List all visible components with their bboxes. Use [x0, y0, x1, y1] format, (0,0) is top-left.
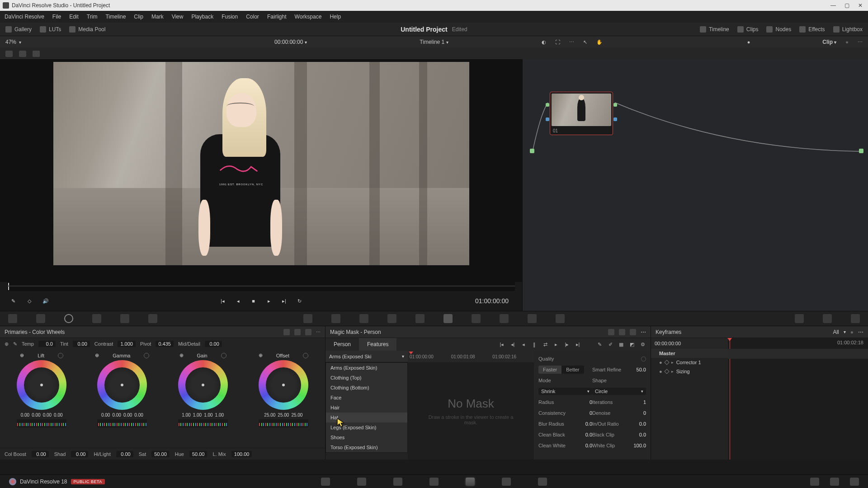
- track-last-icon[interactable]: ▸|: [575, 341, 581, 347]
- auto-balance-icon[interactable]: ⊕: [5, 341, 9, 347]
- project-settings-icon[interactable]: [830, 478, 839, 486]
- minimize-button[interactable]: —: [830, 2, 836, 9]
- wheel-value[interactable]: 0.00: [134, 413, 143, 418]
- mask-view-icon[interactable]: ▦: [618, 341, 624, 347]
- lmix-value[interactable]: 100.00: [231, 451, 252, 457]
- first-frame-button[interactable]: |◂: [219, 297, 227, 305]
- motion-effects-icon[interactable]: [148, 314, 157, 323]
- transport-timecode[interactable]: 01:00:00:00: [475, 297, 513, 305]
- quality-reset[interactable]: [641, 357, 646, 361]
- menu-item[interactable]: Playback: [191, 14, 213, 20]
- menu-item[interactable]: Workspace: [295, 14, 322, 20]
- wheel-reset[interactable]: [303, 353, 308, 358]
- zoom-dropdown[interactable]: 47%▾: [5, 39, 21, 45]
- rgb-mixer-icon[interactable]: [120, 314, 129, 323]
- expand-panel-icon[interactable]: ⋯: [316, 329, 321, 334]
- camera-raw-icon[interactable]: [8, 314, 17, 323]
- kf-item-sizing[interactable]: ●▸Sizing: [651, 367, 728, 376]
- menu-item[interactable]: Color: [246, 14, 259, 20]
- expand-icon[interactable]: ⛶: [555, 39, 560, 45]
- play-button[interactable]: ▸: [265, 297, 273, 305]
- track-fwd-one-icon[interactable]: |▸: [564, 341, 570, 347]
- edit-page-icon[interactable]: [393, 478, 402, 486]
- menu-item[interactable]: File: [52, 14, 61, 20]
- menu-item[interactable]: Timeline: [105, 14, 126, 20]
- blackclip-value[interactable]: 0.0: [630, 432, 646, 437]
- cleanwhite-value[interactable]: 0.0: [576, 443, 592, 448]
- wheel-value[interactable]: 25.00: [264, 413, 275, 418]
- shape-select[interactable]: Circle▾: [592, 388, 646, 395]
- feature-option[interactable]: Arms (Exposed Skin): [326, 363, 407, 373]
- kf-more-icon[interactable]: ⋯: [858, 329, 863, 335]
- view-mode-1[interactable]: [5, 51, 13, 57]
- output-port[interactable]: [859, 149, 863, 153]
- track-both-icon[interactable]: ⇄: [542, 341, 548, 347]
- keyframes-filter[interactable]: All: [833, 329, 839, 335]
- stroke-sub-icon[interactable]: ✐: [607, 341, 613, 347]
- magic-wand-icon[interactable]: [33, 51, 40, 57]
- track-first-icon[interactable]: |◂: [499, 341, 505, 347]
- iterations-value[interactable]: 1: [630, 399, 646, 405]
- track-rev-icon[interactable]: ◂: [520, 341, 527, 347]
- timeline-toggle[interactable]: Timeline: [700, 26, 729, 33]
- wheel-value[interactable]: 1.00: [204, 413, 212, 418]
- shad-value[interactable]: 0.00: [71, 451, 88, 457]
- tint-value[interactable]: 0.00: [73, 341, 90, 347]
- fairlight-page-icon[interactable]: [502, 478, 511, 486]
- wheel-value[interactable]: 0.00: [112, 413, 121, 418]
- viewer-scrubber[interactable]: [7, 282, 515, 291]
- track-stop-icon[interactable]: ‖: [531, 341, 538, 347]
- wheel-value[interactable]: 1.00: [193, 413, 202, 418]
- wheel-reset[interactable]: [221, 353, 226, 358]
- wheel-value[interactable]: 0.00: [32, 413, 40, 418]
- node-input-alpha[interactable]: [546, 117, 549, 121]
- offset-ymaster[interactable]: [259, 419, 308, 427]
- effects-toggle[interactable]: Effects: [799, 26, 825, 33]
- wheel-value[interactable]: 25.00: [291, 413, 302, 418]
- clips-toggle[interactable]: Clips: [737, 26, 759, 33]
- mediapool-toggle[interactable]: Media Pool: [69, 26, 105, 33]
- temp-value[interactable]: 0.0: [38, 341, 56, 347]
- consistency-value[interactable]: 0: [576, 410, 592, 416]
- media-page-icon[interactable]: [321, 478, 330, 486]
- warper-icon[interactable]: [331, 314, 340, 323]
- feature-option[interactable]: Torso (Exposed Skin): [326, 442, 407, 452]
- pointer-icon[interactable]: ↖: [583, 39, 587, 45]
- color-match-icon[interactable]: [36, 314, 45, 323]
- luts-toggle[interactable]: LUTs: [40, 26, 61, 33]
- smart-refine-value[interactable]: 50.0: [630, 367, 646, 372]
- feature-option[interactable]: Clothing (Bottom): [326, 383, 407, 393]
- feature-dropdown[interactable]: Arms (Exposed Ski▾: [326, 351, 408, 362]
- wheel-value[interactable]: 0.00: [21, 413, 29, 418]
- wheel-picker-icon[interactable]: ⊕: [95, 352, 99, 358]
- wheels-mode-icon[interactable]: [283, 329, 290, 335]
- kf-item-master[interactable]: Master: [651, 349, 728, 358]
- keyframe-track[interactable]: 01:00:02:18: [728, 338, 868, 460]
- maximize-button[interactable]: ▢: [844, 2, 850, 9]
- mask-playhead[interactable]: [409, 351, 413, 362]
- cleanblack-value[interactable]: 0.0: [576, 432, 592, 437]
- hand-icon[interactable]: ✋: [596, 39, 603, 45]
- mode-select[interactable]: Shrink▾: [538, 388, 592, 395]
- hilight-value[interactable]: 0.00: [116, 451, 133, 457]
- hdr-wheels-icon[interactable]: [92, 314, 101, 323]
- kf-item-corrector1[interactable]: ●▸Corrector 1: [651, 358, 728, 367]
- sat-value[interactable]: 50.00: [151, 451, 170, 457]
- wheel-picker-icon[interactable]: ⊕: [20, 352, 24, 358]
- close-button[interactable]: ✕: [857, 2, 863, 9]
- 3d-icon[interactable]: [556, 314, 565, 323]
- feature-option[interactable]: Clothing (Top): [326, 373, 407, 383]
- quality-segmented[interactable]: Faster Better: [538, 366, 584, 374]
- wheel-value[interactable]: 25.00: [278, 413, 289, 418]
- mask-overlay-icon[interactable]: [608, 329, 614, 335]
- audio-icon[interactable]: 🔊: [42, 297, 50, 305]
- node-input-rgb[interactable]: [546, 103, 549, 107]
- gallery-toggle[interactable]: Gallery: [5, 26, 32, 33]
- lift-wheel[interactable]: [17, 360, 66, 410]
- menu-item[interactable]: Trim: [87, 14, 98, 20]
- sizing-icon[interactable]: [528, 314, 537, 323]
- view-mode-2[interactable]: [19, 51, 26, 57]
- prev-frame-button[interactable]: ◂: [234, 297, 242, 305]
- pick-white-icon[interactable]: ✎: [13, 341, 17, 347]
- mask-toggle-icon[interactable]: ◩: [629, 341, 635, 347]
